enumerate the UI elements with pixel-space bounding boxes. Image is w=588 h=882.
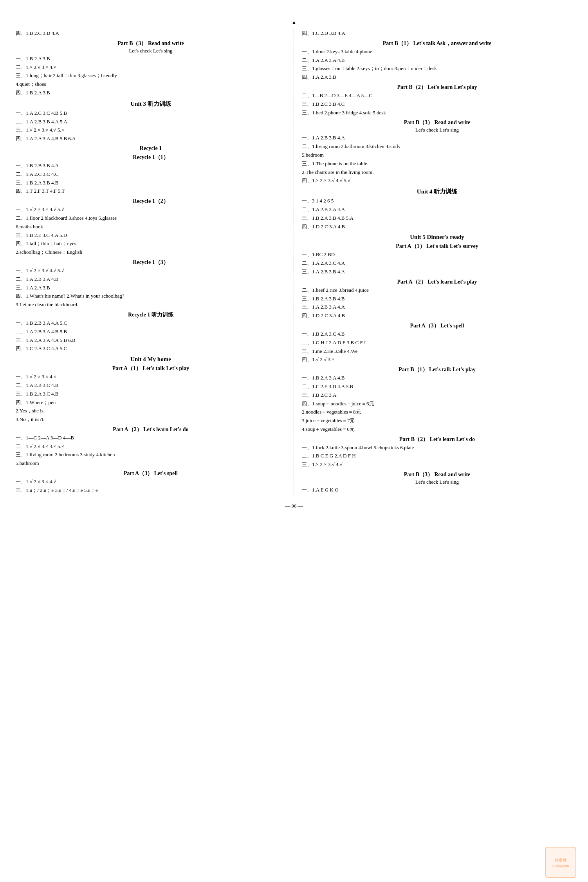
watermark-line2: mxqe.com bbox=[552, 863, 569, 868]
answer-line: 4.soup＋vegetables＝6元 bbox=[302, 425, 572, 434]
answer-line: 三、1.B 2.A 3.B 4.B bbox=[302, 295, 572, 303]
answer-line: 三、1.long；hair 2.tall；thin 3.glasses；frie… bbox=[16, 72, 286, 80]
answer-line: 三、1.bed 2.phone 3.fridge 4.sofa 5.desk bbox=[302, 109, 572, 117]
answer-line: 4.quiet；shoes bbox=[16, 80, 286, 89]
answer-line: 四、1.× 2.× 3.√ 4.√ 5.√ bbox=[302, 177, 572, 185]
unit-title: Unit 4 听力训练 bbox=[302, 188, 572, 195]
answer-line: 3.juice＋vegetables＝7元 bbox=[302, 417, 572, 425]
section-title: Part A（1） Let's talk Let's play bbox=[16, 365, 286, 372]
answer-line: 一、1.A 2.B 3.B 4.A bbox=[302, 134, 572, 142]
answer-line: 四、1.B 2.C 3.D 4.A bbox=[16, 29, 286, 38]
decoration-symbol: ▲ bbox=[291, 20, 297, 25]
answer-line: 四、1.D 2.C 3.A 4.B bbox=[302, 312, 572, 320]
answer-line: 三、1.A 2.B 3.A 4.A bbox=[302, 303, 572, 311]
answer-line: 6.maths book bbox=[16, 223, 286, 231]
watermark-line1: 答案君 bbox=[555, 858, 566, 863]
answer-line: 二、1.A 2.A 3.A 4.B bbox=[302, 56, 572, 65]
answer-line: 二、1.√ 2.√ 3.× 4.× 5.× bbox=[16, 443, 286, 451]
section-title: Part B（2） Let's learn Let's do bbox=[302, 436, 572, 443]
answer-line: 一、3 1 4 2 6 5 bbox=[302, 197, 572, 205]
section-title: Part B（3） Read and write bbox=[302, 119, 572, 126]
section-title: Part A（3） Let's spell bbox=[302, 322, 572, 329]
answer-line: 三、1.B 2.C 3.A bbox=[302, 391, 572, 399]
answer-line: 一、1.fork 2.knife 3.spoon 4.bowl 5.chopst… bbox=[302, 444, 572, 452]
answer-line: 2.The chairs are in the living room. bbox=[302, 168, 572, 177]
answer-line: 一、1.A E G K O bbox=[302, 486, 572, 494]
answer-line: 三、1.The phone is on the table. bbox=[302, 160, 572, 168]
answer-line: 二、1.B C E G 2.A D F H bbox=[302, 452, 572, 460]
section-title: Part B（2） Let's learn Let's play bbox=[302, 84, 572, 91]
answer-line: 3.No，it isn't. bbox=[16, 416, 286, 424]
answer-line: 三、1.B 2.E 3.C 4.A 5.D bbox=[16, 231, 286, 240]
answer-line: 四、1.C 2.D 3.B 4.A bbox=[302, 29, 572, 38]
answer-line: 一、1.A 2.C 3.C 4.B 5.B bbox=[16, 109, 286, 117]
answer-line: 5.bathroom bbox=[16, 459, 286, 468]
answer-line: 三、1.A 2.A 3.A 4.A 5.B 6.B bbox=[16, 336, 286, 345]
answer-line: 四、1.T 2.F 3.T 4.F 5.T bbox=[16, 187, 286, 195]
answer-line: 二、1.A 2.B 3.A 4.B bbox=[16, 275, 286, 284]
right-column: 四、1.C 2.D 3.B 4.APart B（1） Let's talk As… bbox=[294, 29, 572, 495]
answer-line: 二、1.A 2.B 3.A 4.B 5.B bbox=[16, 328, 286, 336]
answer-line: 四、1.A 2.A 3.A 4.B 5.B 6.A bbox=[16, 135, 286, 143]
answer-line: 二、1.A 2.B 3.A 4.A bbox=[302, 206, 572, 214]
top-decoration: ▲ bbox=[16, 20, 572, 26]
answer-line: 一、1.BC 2.BD bbox=[302, 251, 572, 259]
answer-line: 四、1.Where；pen bbox=[16, 399, 286, 407]
answer-line: 四、1.soup＋noodles＋juice＝6元 bbox=[302, 400, 572, 408]
page-container: ▲ 四、1.B 2.C 3.D 4.APart B（3） Read and wr… bbox=[0, 8, 588, 882]
section-title: Part B（3） Read and write bbox=[16, 40, 286, 47]
answer-line: 四、1.What's his name? 2.What's in your sc… bbox=[16, 292, 286, 300]
left-column: 四、1.B 2.C 3.D 4.APart B（3） Read and writ… bbox=[16, 29, 294, 495]
answer-line: 5.bedroom bbox=[302, 151, 572, 159]
page-number: — 96 — bbox=[16, 503, 572, 509]
answer-line: 三、1.√ 2.× 3.√ 4.√ 5.× bbox=[16, 126, 286, 134]
sub-title: Let's check Let's sing bbox=[302, 479, 572, 485]
unit-title: Unit 5 Dinner's ready bbox=[302, 234, 572, 240]
answer-line: 三、1.living room 2.bedrooms 3.study 4.kit… bbox=[16, 451, 286, 459]
answer-line: 一、1.B 2.B 3.A 4.A 5.C bbox=[16, 319, 286, 327]
answer-line: 三、1.B 2.C 3.B 4.C bbox=[302, 100, 572, 108]
answer-line: 一、1.B 2.A 3.B bbox=[16, 55, 286, 63]
section-title: Part A（1） Let's talk Let's survey bbox=[302, 243, 572, 250]
answer-line: 三、1.me 2.He 3.She 4.We bbox=[302, 347, 572, 356]
section-title: Part B（1） Let's talk Let's play bbox=[302, 366, 572, 373]
answer-line: 一、1.door 2.keys 3.table 4.phone bbox=[302, 48, 572, 56]
sub-title: Let's check Let's sing bbox=[16, 48, 286, 54]
answer-line: 二、1.floor 2.blackboard 3.shoes 4.toys 5.… bbox=[16, 214, 286, 222]
answer-line: 二、1—B 2—D 3—E 4—A 5—C bbox=[302, 92, 572, 100]
answer-line: 二、1.A 2.B 3.B 4.A 5.A bbox=[16, 118, 286, 126]
answer-line: 2.schoolbag；Chinese；English bbox=[16, 248, 286, 257]
section-title: Recycle 1 bbox=[16, 145, 286, 152]
answer-line: 一、1.√ 2.× 3.× 4.√ 5.√ bbox=[16, 206, 286, 214]
section-title: Recycle 1（3） bbox=[16, 259, 286, 266]
answer-line: 四、1.C 2.A 3.C 4.A 5.C bbox=[16, 345, 286, 353]
answer-line: 四、1.A 2.A 3.B bbox=[302, 73, 572, 81]
answer-line: 四、1.B 2.A 3.B bbox=[16, 89, 286, 97]
answer-line: 三、1.× 2.× 3.√ 4.√ bbox=[302, 461, 572, 469]
answer-line: 三、1.glasses；on；table 2.keys；in；door 3.pe… bbox=[302, 65, 572, 73]
two-column-layout: 四、1.B 2.C 3.D 4.APart B（3） Read and writ… bbox=[16, 29, 572, 495]
section-title: Part B（3） Read and write bbox=[302, 471, 572, 478]
answer-line: 二、1.beef 2.rice 3.bread 4.juice bbox=[302, 286, 572, 295]
unit-title: Unit 4 My home bbox=[16, 356, 286, 363]
answer-line: 二、1.× 2.√ 3.× 4.× bbox=[16, 63, 286, 72]
answer-line: 三、1.B 2.A 3.B 4.B 5.A bbox=[302, 214, 572, 222]
answer-line: 四、1.tall；thin；hair；eyes bbox=[16, 240, 286, 248]
answer-line: 四、1.√ 2.√ 3.× bbox=[302, 356, 572, 364]
answer-line: 一、1.B 2.B 3.B 4.A bbox=[16, 162, 286, 170]
section-title: Part A（2） Let's learn Let's play bbox=[302, 278, 572, 286]
answer-line: 二、1.C 2.E 3.D 4.A 5.B bbox=[302, 383, 572, 391]
answer-line: 一、1.√ 2.× 3.√ 4.√ 5.√ bbox=[16, 267, 286, 275]
section-title: Part A（3） Let's spell bbox=[16, 470, 286, 477]
section-title: Part A（2） Let's learn Let's do bbox=[16, 426, 286, 433]
answer-line: 三、1.A 2.B 3.B 4.A bbox=[302, 268, 572, 276]
answer-line: 二、1.living room 2.bathroom 3.kitchen 4.s… bbox=[302, 143, 572, 151]
answer-line: 二、1.A 2.A 3.C 4.A bbox=[302, 259, 572, 267]
watermark: 答案君 mxqe.com bbox=[545, 847, 576, 878]
section-title: Recycle 1（2） bbox=[16, 198, 286, 205]
answer-line: 三、1.A 2.A 3.B bbox=[16, 284, 286, 292]
answer-line: 二、1.G H J 2.A D E 3.B C F I bbox=[302, 339, 572, 347]
answer-line: 三、1.B 2.A 3.B 4.B bbox=[16, 179, 286, 187]
unit-title: Unit 3 听力训练 bbox=[16, 100, 286, 108]
answer-line: 一、1.B 2.A 3.C 4.B bbox=[302, 330, 572, 338]
